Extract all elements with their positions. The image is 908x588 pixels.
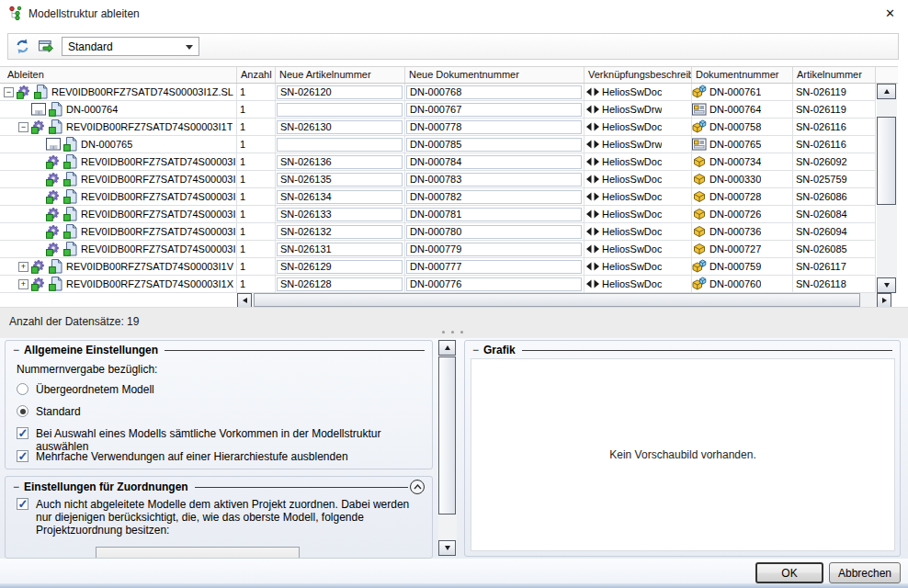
cell-neue-dokumentnummer-input: DN-000783 [405, 171, 585, 188]
neue-artikelnummer-input[interactable]: SN-026128 [277, 277, 403, 291]
collapse-minus-icon[interactable]: − [472, 344, 479, 356]
table-row[interactable]: REV0IDB00RFZ7SATD74S00003I1SN-026135DN-0… [0, 171, 876, 188]
numbering-profile-select[interactable]: Standard [62, 37, 199, 56]
record-count: Anzahl der Datensätze: 19 [9, 315, 139, 328]
collapse-chevron-button[interactable] [410, 480, 425, 494]
neue-dokumentnummer-input[interactable]: DN-000779 [406, 243, 582, 256]
scroll-up-button[interactable] [438, 340, 456, 356]
document-icon [63, 154, 79, 169]
neue-dokumentnummer-input[interactable]: DN-000785 [406, 138, 582, 152]
table-row[interactable]: REV0IDB00RFZ7SATD74S00003I1SN-026131DN-0… [0, 241, 876, 258]
column-header-artikelnummer[interactable]: Artikelnummer [793, 67, 876, 83]
neue-artikelnummer-input[interactable]: SN-026120 [277, 85, 403, 99]
scroll-down-button[interactable] [438, 540, 456, 556]
neue-dokumentnummer-input[interactable]: DN-000783 [406, 173, 582, 187]
column-header-dokumentnummer[interactable]: Dokumentnummer [692, 67, 793, 83]
cell-verknuepfung: HeliosSwDoc [585, 84, 692, 101]
table-vertical-scrollbar[interactable] [877, 84, 897, 293]
checkbox-row-projekt[interactable]: Auch nicht abgeleitete Modelle dem aktiv… [17, 498, 428, 537]
scroll-down-button[interactable] [877, 277, 896, 293]
neue-dokumentnummer-input[interactable]: DN-000781 [406, 208, 582, 221]
checkbox-assign-project[interactable] [17, 498, 28, 510]
vertical-scroll-thumb[interactable] [877, 117, 896, 205]
neue-artikelnummer-input[interactable]: SN-026135 [277, 173, 403, 187]
neue-dokumentnummer-input[interactable]: DN-000767 [406, 103, 582, 117]
radio-standard[interactable] [17, 405, 28, 417]
cell-ableiten: REV0IDB00RFZ7SATD74S00003I [0, 223, 237, 241]
close-icon[interactable]: ✕ [882, 6, 898, 21]
horizontal-scroll-thumb[interactable] [254, 293, 860, 307]
cell-dokumentnummer: DN-000761 [692, 84, 793, 101]
preview-area: Kein Vorschaubild vorhanden. [471, 358, 895, 551]
neue-artikelnummer-input[interactable]: SN-026131 [277, 243, 403, 256]
tree-expander[interactable]: + [18, 279, 28, 289]
checkbox-hide-multiple-uses[interactable] [17, 450, 28, 462]
table-row[interactable]: DN-0007641DN-000767HeliosSwDrwDN-000764S… [0, 101, 876, 119]
neue-artikelnummer-input[interactable] [277, 103, 403, 117]
cell-dokumentnummer: DN-000726 [692, 206, 793, 223]
numbering-intro-label: Nummernvergabe bezüglich: [17, 363, 157, 376]
tree-expander[interactable]: − [18, 122, 28, 132]
column-header-anzahl[interactable]: Anzahl [237, 67, 276, 83]
cell-anzahl: 1 [237, 206, 276, 223]
settings-scrollbar[interactable] [438, 340, 457, 556]
column-header-ableiten[interactable]: Ableiten [0, 67, 237, 83]
table-horizontal-scrollbar[interactable] [237, 293, 891, 308]
scroll-left-button[interactable] [237, 293, 252, 308]
table-row[interactable]: +REV0IDB00RFZ7SATD74S00003I1V1SN-026129D… [0, 258, 876, 276]
project-assignment-select[interactable] [96, 547, 300, 559]
export-table-icon[interactable] [38, 38, 56, 56]
neue-artikelnummer-input[interactable]: SN-026136 [277, 155, 403, 169]
table-row[interactable]: REV0IDB00RFZ7SATD74S00003I1SN-026134DN-0… [0, 188, 876, 206]
cancel-button[interactable]: Abbrechen [829, 562, 901, 583]
radio-label: Standard [36, 405, 81, 418]
table-row[interactable]: −REV0IDB00RFZ7SATD74S00003I1T1SN-026130D… [0, 119, 876, 136]
tree-expander[interactable]: − [4, 87, 14, 97]
neue-artikelnummer-input[interactable]: SN-026134 [277, 190, 403, 204]
part-icon [692, 154, 708, 169]
neue-dokumentnummer-input[interactable]: DN-000782 [406, 190, 582, 204]
neue-dokumentnummer-input[interactable]: DN-000777 [406, 260, 582, 274]
neue-artikelnummer-input[interactable] [277, 138, 403, 152]
neue-dokumentnummer-input[interactable]: DN-000778 [406, 120, 582, 134]
model-name: REV0IDB00RFZ7SATD74S00003I [81, 243, 236, 254]
table-row[interactable]: DN-0007651DN-000785HeliosSwDrwDN-000765S… [0, 136, 876, 153]
neue-artikelnummer-input[interactable]: SN-026133 [277, 208, 403, 221]
radio-row-standard[interactable]: Standard [17, 405, 81, 418]
checkbox-select-all-occurrences[interactable] [17, 427, 28, 439]
scroll-up-button[interactable] [877, 84, 896, 99]
ok-button[interactable]: OK [755, 562, 823, 583]
neue-dokumentnummer-input[interactable]: DN-000784 [406, 155, 582, 169]
table-row[interactable]: +REV0IDB00RFZ7SATD74S00003I1X1SN-026128D… [0, 276, 876, 293]
neue-artikelnummer-input[interactable]: SN-026132 [277, 225, 403, 239]
neue-artikelnummer-input[interactable]: SN-026130 [277, 120, 403, 134]
model-name: DN-000765 [81, 139, 132, 150]
radio-row-uebergeordnet[interactable]: Übergeordnetem Modell [17, 383, 154, 396]
collapse-minus-icon[interactable]: − [13, 481, 19, 493]
neue-dokumentnummer-input[interactable]: DN-000768 [406, 85, 582, 99]
table-row[interactable]: REV0IDB00RFZ7SATD74S00003I1SN-026132DN-0… [0, 223, 876, 241]
tree-expander[interactable]: + [18, 262, 28, 272]
cell-dokumentnummer: DN-000736 [692, 223, 793, 241]
table-row[interactable]: REV0IDB00RFZ7SATD74S00003I1SN-026136DN-0… [0, 153, 876, 171]
checkbox-row-mehrfache[interactable]: Mehrfache Verwendungen auf einer Hierarc… [17, 450, 348, 463]
table-row[interactable]: REV0IDB00RFZ7SATD74S00003I1SN-026133DN-0… [0, 206, 876, 223]
settings-scroll-thumb[interactable] [438, 356, 456, 514]
neue-dokumentnummer-input[interactable]: DN-000780 [406, 225, 582, 239]
column-header-neue-dokumentnummer[interactable]: Neue Dokumentnummer [405, 67, 585, 83]
model-name: REV0IDB00RFZ7SATD74S00003I [81, 209, 236, 220]
neue-artikelnummer-input[interactable]: SN-026129 [277, 260, 403, 274]
verknuepfung-label: HeliosSwDoc [602, 278, 662, 289]
refresh-icon[interactable] [14, 38, 32, 56]
scroll-right-button[interactable] [877, 293, 891, 308]
splitter-grip[interactable] [442, 331, 470, 334]
column-header-neue-artikelnummer[interactable]: Neue Artikelnummer [276, 67, 405, 83]
column-header-verknuepfungsbeschreibung[interactable]: Verknüpfungsbeschreibung [585, 67, 692, 83]
neue-dokumentnummer-input[interactable]: DN-000776 [406, 277, 582, 291]
numbering-profile-value: Standard [68, 40, 113, 53]
link-reference-icon [586, 279, 599, 288]
radio-uebergeordnetem-modell[interactable] [17, 383, 28, 395]
collapse-minus-icon[interactable]: − [13, 344, 19, 356]
table-row[interactable]: −REV0IDB00RFZ7SATD74S00003I1Z.SL1SN-0261… [0, 84, 876, 101]
checkbox-row-vorkommen[interactable]: Bei Auswahl eines Modells sämtliche Vork… [17, 427, 432, 453]
